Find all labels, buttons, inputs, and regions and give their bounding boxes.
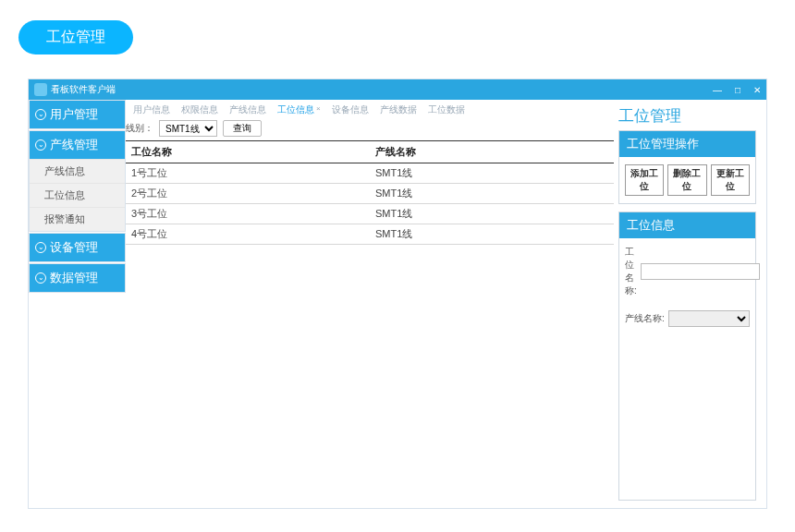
main-content: 线别： SMT1线 查询 工位名称产线名称 1号工位SMT1线2号工位SMT1线…: [126, 120, 614, 245]
chevron-down-icon: ⌄: [35, 242, 46, 253]
menu-item[interactable]: 设备信息: [332, 103, 369, 116]
table-row[interactable]: 1号工位SMT1线: [126, 163, 614, 184]
line-select[interactable]: SMT1线: [159, 120, 217, 137]
sidebar-title: 产线管理: [50, 137, 98, 153]
close-tab-icon[interactable]: ×: [316, 104, 321, 113]
table-header: 工位名称: [126, 141, 370, 163]
field-label: 产线名称:: [625, 312, 665, 325]
right-panel-title: 工位管理: [618, 105, 756, 127]
sidebar-item[interactable]: 工位信息: [30, 183, 125, 207]
form-row: 工位名称:: [625, 246, 750, 297]
table-cell: 4号工位: [126, 224, 370, 245]
line-name-select[interactable]: [668, 310, 750, 327]
table-row[interactable]: 2号工位SMT1线: [126, 184, 614, 204]
maximize-button[interactable]: □: [735, 85, 740, 95]
table-cell: 3号工位: [126, 204, 370, 224]
sidebar-title: 用户管理: [50, 106, 98, 123]
table-cell: SMT1线: [370, 163, 614, 184]
close-button[interactable]: ✕: [753, 85, 761, 95]
sidebar-header[interactable]: ⌄设备管理: [30, 234, 125, 261]
menu-item[interactable]: 工位数据: [428, 103, 465, 116]
form-row: 产线名称:: [625, 310, 750, 327]
table-cell: 2号工位: [126, 184, 370, 204]
station-table: 工位名称产线名称 1号工位SMT1线2号工位SMT1线3号工位SMT1线4号工位…: [126, 140, 614, 245]
field-label: 工位名称:: [625, 246, 637, 297]
chevron-down-icon: ⌄: [35, 139, 46, 151]
table-cell: SMT1线: [370, 204, 614, 224]
chevron-down-icon: ⌄: [35, 109, 46, 120]
query-button[interactable]: 查询: [223, 120, 262, 137]
menu-item[interactable]: 产线信息: [229, 103, 266, 116]
sidebar-item[interactable]: 报警通知: [30, 207, 125, 231]
menu-item[interactable]: 产线数据: [380, 103, 417, 116]
sidebar-header[interactable]: ⌄产线管理: [30, 131, 125, 159]
action-button[interactable]: 删除工位: [667, 164, 706, 196]
operations-box: 工位管理操作 添加工位删除工位更新工位: [618, 130, 756, 204]
sidebar-header[interactable]: ⌄数据管理: [30, 264, 125, 292]
menu-item[interactable]: 用户信息: [133, 103, 170, 116]
sidebar: ⌄用户管理⌄产线管理产线信息工位信息报警通知⌄设备管理⌄数据管理: [29, 100, 126, 293]
operations-header: 工位管理操作: [619, 131, 755, 157]
window-title: 看板软件客户端: [51, 83, 116, 96]
filter-label: 线别：: [126, 122, 153, 135]
page-pill: 工位管理: [18, 20, 133, 54]
sidebar-title: 设备管理: [50, 239, 98, 256]
action-button[interactable]: 更新工位: [711, 164, 750, 196]
station-name-input[interactable]: [641, 263, 760, 280]
sidebar-item[interactable]: 产线信息: [30, 159, 125, 183]
filter-bar: 线别： SMT1线 查询: [126, 120, 614, 137]
table-row[interactable]: 4号工位SMT1线: [126, 224, 614, 245]
info-header: 工位信息: [619, 212, 755, 238]
chevron-down-icon: ⌄: [35, 272, 46, 284]
titlebar: 看板软件客户端 — □ ✕: [29, 79, 766, 100]
info-box: 工位信息 工位名称:产线名称:: [618, 212, 756, 501]
table-cell: SMT1线: [370, 224, 614, 245]
minimize-button[interactable]: —: [713, 85, 722, 95]
table-row[interactable]: 3号工位SMT1线: [126, 204, 614, 224]
sidebar-title: 数据管理: [50, 270, 98, 286]
table-cell: 1号工位: [126, 163, 370, 184]
action-button[interactable]: 添加工位: [625, 164, 664, 196]
table-cell: SMT1线: [370, 184, 614, 204]
menu-item[interactable]: 工位信息: [277, 103, 314, 116]
sidebar-header[interactable]: ⌄用户管理: [30, 101, 125, 128]
menu-item[interactable]: 权限信息: [181, 103, 218, 116]
right-panel: 工位管理 工位管理操作 添加工位删除工位更新工位 工位信息 工位名称:产线名称:: [618, 100, 762, 508]
table-header: 产线名称: [370, 141, 614, 163]
app-icon: [34, 83, 47, 96]
